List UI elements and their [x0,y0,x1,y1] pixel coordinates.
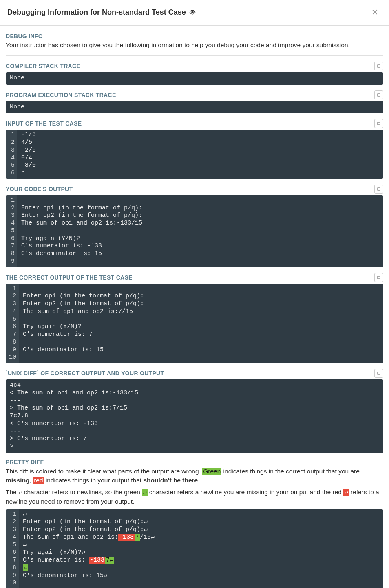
svg-rect-3 [378,122,380,125]
unix-diff-label: `UNIX DIFF` OF CORRECT OUTPUT AND YOUR O… [6,370,164,377]
code-lines: Enter op1 (in the format of p/q):Enter o… [19,284,383,363]
expand-button[interactable] [374,119,383,128]
modal-title: Debugging Information for Non-standard T… [7,8,186,17]
divider [6,55,383,56]
compiler-trace-block: None [6,72,383,85]
debug-info-desc: Your instructor has chosen to give you t… [6,41,383,50]
unix-diff-block: 4c4 < The sum of op1 and op2 is:-133/15 … [6,379,383,453]
expand-button[interactable] [374,273,383,282]
line-gutter: 123456789 [6,195,17,267]
svg-rect-2 [378,94,380,96]
code-text: None [10,104,24,110]
line-gutter: 12345678910 [6,284,19,363]
expand-button[interactable] [374,90,383,99]
code-lines: Enter op1 (in the format of p/q):Enter o… [17,195,383,267]
svg-rect-4 [378,188,380,190]
pretty-diff-desc2: The ↵ character refers to newlines, so t… [6,488,383,506]
svg-rect-1 [378,65,380,67]
pretty-diff-desc1: This diff is colored to make it clear wh… [6,467,383,484]
newline-char-green: ↵ [142,489,147,496]
expand-button[interactable] [374,369,383,378]
modal-title-row: Debugging Information for Non-standard T… [7,8,196,17]
correct-output-label: THE CORRECT OUTPUT OF THE TEST CASE [6,274,133,281]
newline-char-red: ↵ [343,489,349,496]
red-highlight: red [33,477,44,484]
your-output-label: YOUR CODE'S OUTPUT [6,186,73,192]
code-lines: ↵Enter op1 (in the format of p/q):↵Enter… [19,509,383,588]
exec-trace-block: None [6,101,383,114]
pretty-diff-label: PRETTY DIFF [6,459,383,465]
debug-info-label: DEBUG INFO [6,33,383,40]
compiler-trace-label: COMPILER STACK TRACE [6,63,80,69]
newline-char: ↵ [18,489,22,496]
exec-trace-label: PROGRAM EXECUTION STACK TRACE [6,92,116,98]
eye-icon [189,9,196,15]
modal-content: DEBUG INFO Your instructor has chosen to… [0,26,389,588]
modal-header: Debugging Information for Non-standard T… [0,0,389,26]
expand-button[interactable] [374,62,383,70]
pretty-diff-block: 12345678910 ↵Enter op1 (in the format of… [6,509,383,588]
green-highlight: Green [202,468,221,475]
code-text: None [10,75,24,81]
your-output-block: 123456789 Enter op1 (in the format of p/… [6,195,383,267]
code-lines: -1/34/5-2/90/4-8/0n [17,130,383,179]
code-text: 4c4 < The sum of op1 and op2 is:-133/15 … [10,382,138,450]
input-case-label: INPUT OF THE TEST CASE [6,120,82,127]
line-gutter: 123456 [6,130,17,179]
expand-button[interactable] [374,185,383,194]
svg-point-0 [192,11,193,13]
svg-rect-6 [378,372,380,374]
correct-output-block: 12345678910 Enter op1 (in the format of … [6,284,383,363]
line-gutter: 12345678910 [6,509,19,588]
close-button[interactable]: ✕ [368,6,382,19]
input-case-block: 123456 -1/34/5-2/90/4-8/0n [6,130,383,179]
svg-rect-5 [378,276,380,279]
